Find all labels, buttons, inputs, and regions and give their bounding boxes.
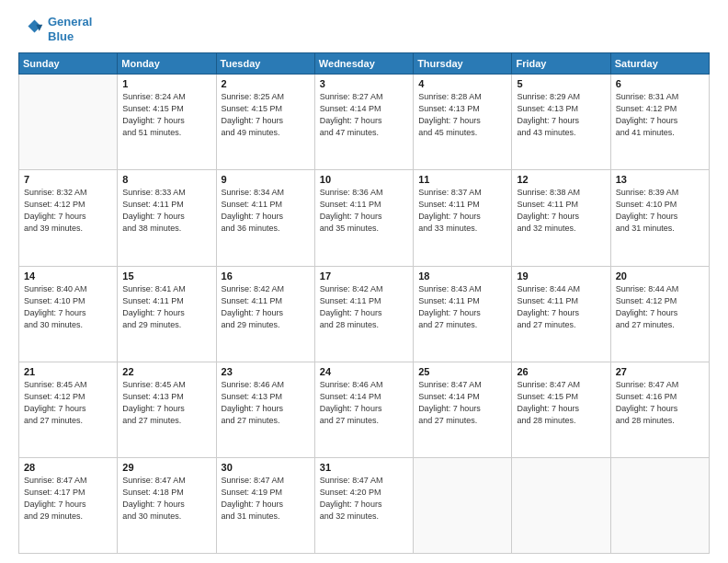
calendar-cell: 28Sunrise: 8:47 AM Sunset: 4:17 PM Dayli… bbox=[19, 457, 118, 553]
day-number: 29 bbox=[122, 462, 210, 473]
day-number: 17 bbox=[320, 270, 408, 282]
day-number: 21 bbox=[24, 366, 112, 377]
calendar-cell: 22Sunrise: 8:45 AM Sunset: 4:13 PM Dayli… bbox=[118, 362, 216, 457]
weekday-header: Tuesday bbox=[216, 53, 314, 75]
calendar-cell bbox=[414, 457, 512, 553]
day-info: Sunrise: 8:43 AM Sunset: 4:11 PM Dayligh… bbox=[418, 283, 506, 331]
day-number: 18 bbox=[418, 270, 506, 282]
day-number: 8 bbox=[122, 174, 210, 185]
day-info: Sunrise: 8:36 AM Sunset: 4:11 PM Dayligh… bbox=[320, 187, 408, 235]
calendar-cell: 1Sunrise: 8:24 AM Sunset: 4:15 PM Daylig… bbox=[118, 75, 216, 170]
calendar-cell: 24Sunrise: 8:46 AM Sunset: 4:14 PM Dayli… bbox=[314, 362, 413, 457]
weekday-header: Sunday bbox=[19, 53, 118, 75]
page: General Blue SundayMondayTuesdayWednesda… bbox=[0, 0, 728, 563]
day-number: 5 bbox=[517, 78, 605, 89]
day-info: Sunrise: 8:37 AM Sunset: 4:11 PM Dayligh… bbox=[418, 187, 506, 235]
calendar-cell: 14Sunrise: 8:40 AM Sunset: 4:10 PM Dayli… bbox=[19, 266, 118, 362]
calendar-cell: 18Sunrise: 8:43 AM Sunset: 4:11 PM Dayli… bbox=[414, 266, 512, 362]
calendar-cell: 6Sunrise: 8:31 AM Sunset: 4:12 PM Daylig… bbox=[610, 75, 709, 170]
day-number: 27 bbox=[616, 366, 704, 377]
calendar-cell: 12Sunrise: 8:38 AM Sunset: 4:11 PM Dayli… bbox=[512, 170, 610, 266]
day-number: 2 bbox=[222, 78, 310, 89]
day-number: 11 bbox=[418, 174, 506, 185]
day-info: Sunrise: 8:47 AM Sunset: 4:17 PM Dayligh… bbox=[24, 475, 112, 523]
logo: General Blue bbox=[18, 15, 92, 43]
calendar-cell: 7Sunrise: 8:32 AM Sunset: 4:12 PM Daylig… bbox=[19, 170, 118, 266]
day-number: 23 bbox=[222, 366, 310, 377]
day-info: Sunrise: 8:42 AM Sunset: 4:11 PM Dayligh… bbox=[222, 283, 310, 331]
calendar-cell: 26Sunrise: 8:47 AM Sunset: 4:15 PM Dayli… bbox=[512, 362, 610, 457]
day-number: 16 bbox=[222, 270, 310, 282]
calendar-header-row: SundayMondayTuesdayWednesdayThursdayFrid… bbox=[19, 53, 710, 75]
day-info: Sunrise: 8:38 AM Sunset: 4:11 PM Dayligh… bbox=[517, 187, 605, 235]
day-number: 14 bbox=[24, 270, 112, 282]
day-info: Sunrise: 8:33 AM Sunset: 4:11 PM Dayligh… bbox=[122, 187, 210, 235]
calendar-cell: 3Sunrise: 8:27 AM Sunset: 4:14 PM Daylig… bbox=[314, 75, 413, 170]
day-info: Sunrise: 8:24 AM Sunset: 4:15 PM Dayligh… bbox=[122, 91, 210, 139]
calendar-week-row: 14Sunrise: 8:40 AM Sunset: 4:10 PM Dayli… bbox=[19, 266, 710, 362]
day-info: Sunrise: 8:47 AM Sunset: 4:18 PM Dayligh… bbox=[122, 475, 210, 523]
day-number: 25 bbox=[418, 366, 506, 377]
day-info: Sunrise: 8:40 AM Sunset: 4:10 PM Dayligh… bbox=[24, 283, 112, 331]
day-info: Sunrise: 8:47 AM Sunset: 4:16 PM Dayligh… bbox=[616, 379, 704, 427]
calendar-cell: 16Sunrise: 8:42 AM Sunset: 4:11 PM Dayli… bbox=[216, 266, 314, 362]
day-number: 10 bbox=[320, 174, 408, 185]
calendar-cell: 9Sunrise: 8:34 AM Sunset: 4:11 PM Daylig… bbox=[216, 170, 314, 266]
calendar-week-row: 28Sunrise: 8:47 AM Sunset: 4:17 PM Dayli… bbox=[19, 457, 710, 553]
calendar-cell: 31Sunrise: 8:47 AM Sunset: 4:20 PM Dayli… bbox=[314, 457, 413, 553]
day-number: 4 bbox=[418, 78, 506, 89]
day-info: Sunrise: 8:34 AM Sunset: 4:11 PM Dayligh… bbox=[222, 187, 310, 235]
weekday-header: Wednesday bbox=[314, 53, 413, 75]
day-info: Sunrise: 8:42 AM Sunset: 4:11 PM Dayligh… bbox=[320, 283, 408, 331]
calendar-cell: 2Sunrise: 8:25 AM Sunset: 4:15 PM Daylig… bbox=[216, 75, 314, 170]
day-info: Sunrise: 8:39 AM Sunset: 4:10 PM Dayligh… bbox=[616, 187, 704, 235]
day-info: Sunrise: 8:29 AM Sunset: 4:13 PM Dayligh… bbox=[517, 91, 605, 139]
weekday-header: Thursday bbox=[414, 53, 512, 75]
calendar-cell: 23Sunrise: 8:46 AM Sunset: 4:13 PM Dayli… bbox=[216, 362, 314, 457]
calendar-cell bbox=[512, 457, 610, 553]
day-info: Sunrise: 8:44 AM Sunset: 4:11 PM Dayligh… bbox=[517, 283, 605, 331]
calendar-cell: 5Sunrise: 8:29 AM Sunset: 4:13 PM Daylig… bbox=[512, 75, 610, 170]
calendar-cell bbox=[19, 75, 118, 170]
calendar-cell: 19Sunrise: 8:44 AM Sunset: 4:11 PM Dayli… bbox=[512, 266, 610, 362]
calendar-cell: 17Sunrise: 8:42 AM Sunset: 4:11 PM Dayli… bbox=[314, 266, 413, 362]
day-number: 1 bbox=[122, 78, 210, 89]
day-number: 26 bbox=[517, 366, 605, 377]
calendar-week-row: 21Sunrise: 8:45 AM Sunset: 4:12 PM Dayli… bbox=[19, 362, 710, 457]
day-info: Sunrise: 8:47 AM Sunset: 4:15 PM Dayligh… bbox=[517, 379, 605, 427]
calendar-week-row: 1Sunrise: 8:24 AM Sunset: 4:15 PM Daylig… bbox=[19, 75, 710, 170]
calendar-cell: 21Sunrise: 8:45 AM Sunset: 4:12 PM Dayli… bbox=[19, 362, 118, 457]
calendar-cell: 27Sunrise: 8:47 AM Sunset: 4:16 PM Dayli… bbox=[610, 362, 709, 457]
weekday-header: Saturday bbox=[610, 53, 709, 75]
day-number: 13 bbox=[616, 174, 704, 185]
calendar-week-row: 7Sunrise: 8:32 AM Sunset: 4:12 PM Daylig… bbox=[19, 170, 710, 266]
day-number: 24 bbox=[320, 366, 408, 377]
day-number: 20 bbox=[616, 270, 704, 282]
logo-text: General Blue bbox=[48, 15, 92, 43]
day-number: 12 bbox=[517, 174, 605, 185]
day-number: 6 bbox=[616, 78, 704, 89]
calendar-cell bbox=[610, 457, 709, 553]
calendar-cell: 8Sunrise: 8:33 AM Sunset: 4:11 PM Daylig… bbox=[118, 170, 216, 266]
day-info: Sunrise: 8:27 AM Sunset: 4:14 PM Dayligh… bbox=[320, 91, 408, 139]
day-number: 30 bbox=[222, 462, 310, 473]
day-info: Sunrise: 8:25 AM Sunset: 4:15 PM Dayligh… bbox=[222, 91, 310, 139]
day-number: 31 bbox=[320, 462, 408, 473]
calendar-cell: 10Sunrise: 8:36 AM Sunset: 4:11 PM Dayli… bbox=[314, 170, 413, 266]
day-number: 3 bbox=[320, 78, 408, 89]
weekday-header: Monday bbox=[118, 53, 216, 75]
day-info: Sunrise: 8:31 AM Sunset: 4:12 PM Dayligh… bbox=[616, 91, 704, 139]
day-info: Sunrise: 8:45 AM Sunset: 4:13 PM Dayligh… bbox=[122, 379, 210, 427]
day-number: 15 bbox=[122, 270, 210, 282]
day-number: 19 bbox=[517, 270, 605, 282]
calendar-cell: 4Sunrise: 8:28 AM Sunset: 4:13 PM Daylig… bbox=[414, 75, 512, 170]
day-info: Sunrise: 8:45 AM Sunset: 4:12 PM Dayligh… bbox=[24, 379, 112, 427]
day-info: Sunrise: 8:41 AM Sunset: 4:11 PM Dayligh… bbox=[122, 283, 210, 331]
calendar-cell: 11Sunrise: 8:37 AM Sunset: 4:11 PM Dayli… bbox=[414, 170, 512, 266]
calendar-cell: 29Sunrise: 8:47 AM Sunset: 4:18 PM Dayli… bbox=[118, 457, 216, 553]
day-info: Sunrise: 8:47 AM Sunset: 4:20 PM Dayligh… bbox=[320, 475, 408, 523]
day-info: Sunrise: 8:47 AM Sunset: 4:19 PM Dayligh… bbox=[222, 475, 310, 523]
day-info: Sunrise: 8:32 AM Sunset: 4:12 PM Dayligh… bbox=[24, 187, 112, 235]
day-info: Sunrise: 8:46 AM Sunset: 4:13 PM Dayligh… bbox=[222, 379, 310, 427]
calendar-cell: 25Sunrise: 8:47 AM Sunset: 4:14 PM Dayli… bbox=[414, 362, 512, 457]
